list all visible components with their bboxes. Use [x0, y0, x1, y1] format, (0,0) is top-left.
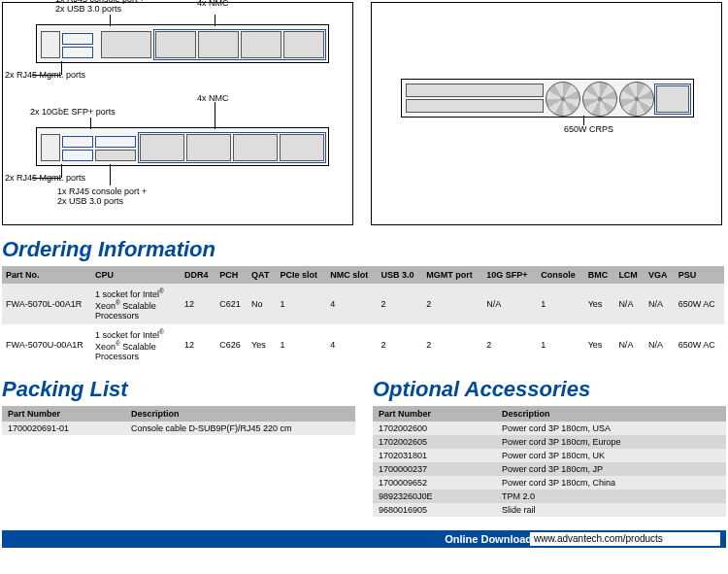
- footer-bar: Online Download www.advantech.com/produc…: [2, 530, 726, 548]
- th-partno: Part No.: [2, 266, 91, 284]
- packing-heading: Packing List: [2, 377, 355, 402]
- accessories-table: Part Number Description 1702002600Power …: [373, 406, 726, 517]
- th-pcie: PCIe slot: [276, 266, 326, 284]
- th-nmc: NMC slot: [326, 266, 377, 284]
- th-cpu: CPU: [91, 266, 181, 284]
- accessories-heading: Optional Accessories: [373, 377, 726, 402]
- callout-console-usb-bottom: 1x RJ45 console port + 2x USB 3.0 ports: [57, 187, 147, 207]
- ordering-heading: Ordering Information: [2, 237, 726, 262]
- table-row: 1702002600Power cord 3P 180cm, USA: [373, 422, 726, 435]
- th-desc: Description: [496, 406, 726, 422]
- th-desc: Description: [125, 406, 355, 422]
- table-row: 98923260J0ETPM 2.0: [373, 490, 726, 503]
- callout-nmc-top: 4x NMC: [197, 0, 229, 9]
- table-row: FWA-5070L-00A1R1 socket for Intel®Xeon® …: [2, 284, 724, 324]
- footer-url: www.advantech.com/products: [530, 532, 720, 546]
- footer-label: Online Download: [445, 530, 532, 548]
- packing-table: Part Number Description 1700020691-01Con…: [2, 406, 355, 435]
- th-ddr4: DDR4: [181, 266, 215, 284]
- table-row: 1702002605Power cord 3P 180cm, Europe: [373, 435, 726, 449]
- table-row: 1700000237Power cord 3P 180cm, JP: [373, 462, 726, 476]
- th-vga: VGA: [645, 266, 675, 284]
- table-row: 1700020691-01Console cable D-SUB9P(F)/RJ…: [2, 422, 355, 435]
- ordering-table: Part No. CPU DDR4 PCH QAT PCIe slot NMC …: [2, 266, 724, 365]
- table-row: 9680016905Slide rail: [373, 503, 726, 517]
- th-lcm: LCM: [614, 266, 645, 284]
- th-pch: PCH: [215, 266, 248, 284]
- th-psu: PSU: [675, 266, 724, 284]
- table-row: FWA-5070U-00A1R1 socket for Intel®Xeon® …: [2, 324, 724, 365]
- th-sfp: 10G SFP+: [482, 266, 537, 284]
- diagram-row: 1x RJ45 console port + 2x USB 3.0 ports …: [2, 2, 726, 225]
- th-pn: Part Number: [2, 406, 125, 422]
- th-mgmt: MGMT port: [422, 266, 482, 284]
- callout-nmc-bottom: 4x NMC: [197, 94, 229, 104]
- callout-mgmt-bottom: 2x RJ45 Mgmt. ports: [5, 174, 85, 184]
- th-qat: QAT: [248, 266, 276, 284]
- th-pn: Part Number: [373, 406, 496, 422]
- th-usb: USB 3.0: [378, 266, 423, 284]
- callout-sfp: 2x 10GbE SFP+ ports: [30, 108, 116, 118]
- table-row: 1700009652Power cord 3P 180cm, China: [373, 476, 726, 490]
- th-console: Console: [537, 266, 583, 284]
- front-panel-box: 1x RJ45 console port + 2x USB 3.0 ports …: [2, 2, 353, 225]
- callout-mgmt-top: 2x RJ45 Mgmt. ports: [5, 71, 85, 81]
- callout-psu: 650W CRPS: [564, 125, 613, 135]
- th-bmc: BMC: [584, 266, 615, 284]
- rear-panel-box: 650W CRPS: [371, 2, 722, 225]
- table-row: 1702031801Power cord 3P 180cm, UK: [373, 449, 726, 462]
- callout-console-usb-top: 1x RJ45 console port + 2x USB 3.0 ports: [55, 0, 145, 15]
